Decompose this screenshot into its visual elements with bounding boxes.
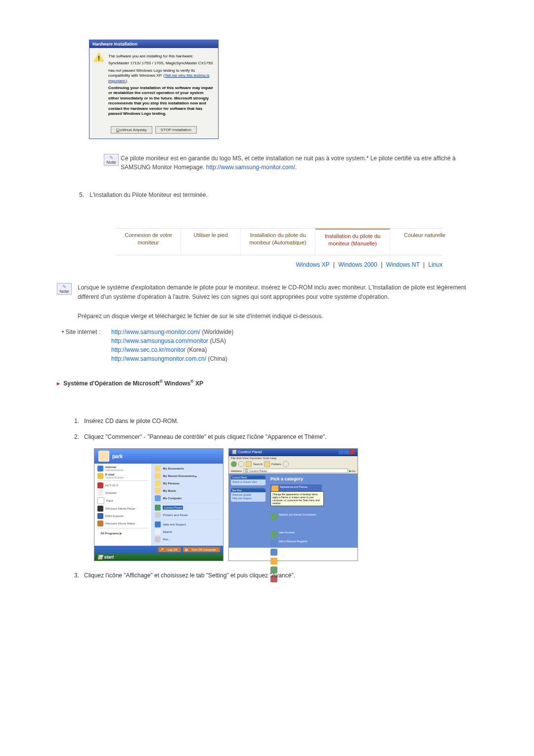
sites-label: Site internet : (62, 329, 111, 364)
control-panel-highlighted: Control Panel (163, 506, 182, 510)
hardware-installation-dialog: Hardware Installation ! The software you… (89, 40, 219, 139)
cat-dtlr: Date, Time, Language, and Regional Optio… (270, 549, 320, 556)
step-1: 1.Insérez CD dans le pilote CO-ROM. (74, 417, 477, 425)
step-5: 5. L'installation du Pilote Moniteur est… (79, 191, 477, 198)
folders-icon (264, 461, 270, 467)
cp-toolbar: Search Folders (229, 460, 357, 468)
xp-start-menu-screenshot: park InternetInternet Explorer E-mailOut… (94, 448, 223, 561)
cp-menubar: File Edit View Favorites Tools Help (229, 456, 357, 460)
window-controls (338, 450, 355, 455)
cat-appearance-themes: Appearance and Themes Change the appeara… (270, 484, 322, 493)
addremove-icon (270, 540, 277, 547)
folder-icon (155, 480, 161, 486)
close-icon (350, 450, 355, 454)
site-list: http://www.samsung-monitor.com/ (Worldwi… (111, 329, 233, 364)
tab-connexion[interactable]: Connexion de votre moniteur (116, 229, 181, 255)
prepare-text: Préparez un disque vierge et téléchargez… (78, 313, 477, 320)
step-3: 3.Cliquez l'icône "Affichage" et choisis… (74, 571, 477, 580)
xp-control-panel-screenshot: 🪟 Control Panel File Edit View Favorites… (228, 448, 358, 561)
user-icon (270, 531, 277, 538)
cat-network: Network and Internet Connections (270, 513, 320, 520)
site-link-usa[interactable]: http://www.samsungusa.com/monitor (111, 337, 208, 344)
link-windows-2000[interactable]: Windows 2000 (338, 261, 377, 268)
msn-icon (97, 513, 103, 519)
notepad-icon (97, 490, 103, 496)
start-button: 🪟 start (94, 554, 223, 561)
continue-label: ontinue Anyway (119, 128, 147, 132)
link-linux[interactable]: Linux (428, 261, 443, 268)
site-link-worldwide[interactable]: http://www.samsung-monitor.com/ (111, 329, 200, 335)
forward-icon (238, 461, 244, 467)
cat-user: User Accounts (270, 531, 320, 538)
tab-install-manual[interactable]: Installation du pilote du moniteur (Manu… (315, 229, 390, 255)
date-icon (270, 549, 277, 556)
note-text-2: Lorsque le système d'exploitation demand… (78, 283, 477, 302)
logoff-button: 🔑 Log Off (158, 547, 181, 552)
wmm-icon (97, 520, 103, 526)
paint-icon (97, 497, 104, 504)
music-icon (155, 488, 161, 494)
computer-icon (155, 495, 161, 501)
pick-a-category: Pick a category (270, 476, 355, 481)
tab-couleur-naturelle[interactable]: Couleur naturelle (390, 229, 459, 255)
maximize-icon (344, 450, 349, 454)
arrow-icon: ▸ (57, 380, 60, 387)
cat-tooltip: Change the appearance of desktop items, … (270, 491, 324, 506)
note-label: Note (106, 160, 116, 165)
run-icon (155, 536, 161, 542)
all-programs: All Programs ▶ (97, 530, 148, 536)
control-panel-icon (155, 505, 161, 511)
continue-anyway-button[interactable]: Continue Anyway (111, 126, 152, 134)
up-icon (246, 461, 252, 467)
folder-icon (155, 473, 161, 479)
note-icon: Note (104, 154, 119, 166)
site-link-korea[interactable]: http://www.sec.co.kr/monitor (111, 346, 185, 353)
views-icon (283, 461, 289, 467)
link-windows-xp[interactable]: Windows XP (296, 261, 330, 268)
dialog-title: Hardware Installation (89, 40, 218, 48)
os-links-row: Windows XP | Windows 2000 | Windows NT |… (116, 261, 443, 268)
site-link-china[interactable]: http://www.samsungmonitor.com.cn/ (111, 355, 206, 362)
network-icon (270, 513, 277, 520)
link-windows-nt[interactable]: Windows NT (386, 261, 420, 268)
mail-icon (97, 473, 103, 479)
tab-utiliser-pied[interactable]: Utiliser le pied (181, 229, 241, 255)
dialog-device: SyncMaster 171S/ 175S / 170S, MagicSyncM… (108, 61, 214, 66)
turnoff-button: ⏻ Turn Off Computer (183, 547, 220, 552)
help-icon (155, 521, 161, 527)
cat-addremove: Add or Remove Programs (270, 540, 320, 547)
back-icon (231, 461, 237, 467)
tabs-row: Connexion de votre moniteur Utiliser le … (116, 228, 443, 255)
printer-icon (155, 512, 161, 518)
warning-icon: ! (93, 52, 104, 62)
start-username: park (112, 454, 123, 459)
folder-icon (155, 466, 161, 472)
avatar-icon (98, 451, 109, 462)
note-icon-2: Note (57, 283, 72, 295)
minimize-icon (339, 450, 344, 454)
step-2: 2.Cliquez "Commencer" - "Panneau de cont… (74, 432, 477, 441)
cp-window-title: Control Panel (238, 450, 262, 454)
tab-install-auto[interactable]: Installation du pilote du moniteur (Auto… (241, 229, 315, 255)
wmp-icon (97, 506, 103, 512)
cat-sounds: Sounds, Speech, and Audio Devices (270, 558, 320, 565)
stop-installation-button[interactable]: STOP Installation (155, 126, 197, 134)
samsung-monitor-link[interactable]: http://www.samsung-monitor.com/ (206, 164, 295, 171)
sound-icon (270, 558, 277, 565)
dialog-line2b: ) (126, 79, 128, 83)
os-header-xp: ▸ Système d'Opération de Microsoft® Wind… (57, 379, 477, 387)
note-label-2: Note (59, 289, 69, 294)
search-icon (155, 529, 161, 535)
hct-icon (97, 482, 103, 488)
note-text: Ce pilote moniteur est en garantie du lo… (121, 154, 477, 172)
dialog-warning-bold: Continuing your installation of this sof… (108, 86, 214, 116)
dialog-line1: The software you are installing for this… (108, 54, 214, 59)
ie-icon (97, 466, 103, 472)
